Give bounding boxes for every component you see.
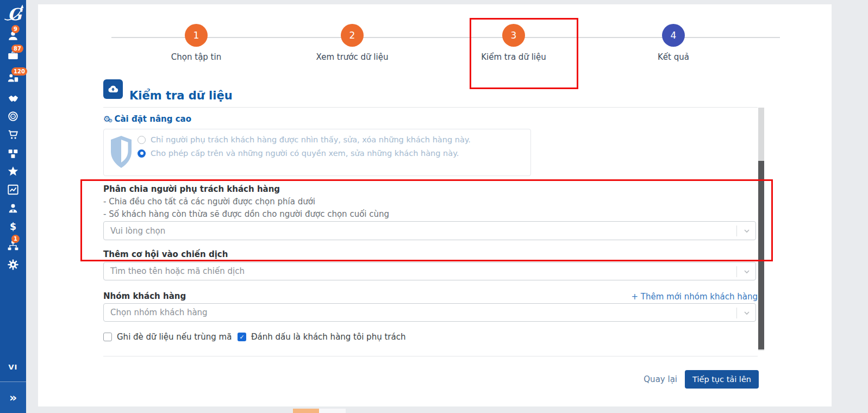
radio-option-share-managers-label: Cho phép cấp trên và những người có quyề… [151,149,459,158]
step-2-circle: 2 [341,24,364,47]
select-separator [736,226,737,236]
scrollbar-track[interactable] [758,108,764,351]
checkbox-overwrite-label: Ghi đè dữ liệu nếu trùng mã [117,332,232,342]
badge: 1 [11,235,20,243]
group-section-label: Nhóm khách hàng [103,291,186,301]
left-sidebar: G 9 87 120 [0,0,26,413]
app-logo[interactable]: G [0,1,26,28]
sidebar-item-finance[interactable]: $ [0,220,26,236]
radio-selected-icon [138,149,146,158]
radio-option-owner-only-label: Chỉ người phụ trách khách hàng được nhìn… [151,135,471,144]
step-1-label: Chọn tập tin [171,52,221,62]
customer-group-select[interactable]: Chọn nhóm khách hàng [103,303,756,322]
right-rail: 1,068 ? 4 [832,0,868,413]
products-icon [7,148,19,162]
assign-note-1: - Chia đều cho tất cả các người được chọ… [103,197,315,206]
cart-icon [7,129,19,143]
badge: 87 [11,45,23,53]
bottom-cutoff-orange [293,409,319,413]
double-chevron-right-icon: » [9,391,17,404]
gear-icon [7,259,19,273]
star-icon [7,165,19,179]
select-separator [736,266,737,277]
select-separator [736,308,737,318]
assignee-select[interactable]: Vui lòng chọn [103,221,756,240]
step-3-label: Kiểm tra dữ liệu [481,52,546,62]
sidebar-item-org[interactable]: 1 [0,239,26,255]
bottom-cutoff-light [319,409,346,413]
checkbox-mark-label: Đánh dấu là khách hàng tôi phụ trách [251,332,405,342]
screen: G 9 87 120 [0,0,868,413]
shield-icon [109,135,133,172]
assign-section-label: Phân chia người phụ trách khách hàng [103,184,280,194]
page-title: Kiểm tra dữ liệu [129,89,233,102]
account-icon [7,203,19,217]
checkbox-mark-my-customer[interactable]: ✓ Đánh dấu là khách hàng tôi phụ trách [238,332,405,342]
assignee-select-placeholder: Vui lòng chọn [110,226,165,236]
handshake-icon [7,92,20,107]
sidebar-collapse-button[interactable]: » [0,382,26,413]
sidebar-item-partners[interactable] [0,91,26,108]
radio-unselected-icon [138,136,146,144]
permissions-panel: Chỉ người phụ trách khách hàng được nhìn… [103,129,531,176]
continue-upload-button[interactable]: Tiếp tục tải lên [685,370,759,389]
checkbox-unchecked-icon [103,333,112,341]
divider [103,107,758,108]
badge: 9 [11,25,20,33]
advanced-settings-toggle[interactable]: ⚙⚙ Cài đặt nâng cao [103,114,191,124]
logo-g-icon: G [1,2,25,28]
customer-group-select-placeholder: Chọn nhóm khách hàng [110,308,208,317]
step-1-circle: 1 [185,24,208,47]
sidebar-item-products[interactable] [0,147,26,163]
gears-icon: ⚙⚙ [103,114,110,124]
chart-icon [7,184,19,198]
sidebar-item-targets[interactable] [0,109,26,126]
radio-option-owner-only[interactable]: Chỉ người phụ trách khách hàng được nhìn… [138,135,471,144]
radio-option-share-managers[interactable]: Cho phép cấp trên và những người có quyề… [138,149,471,158]
chevron-down-icon [742,227,751,237]
import-wizard-card: 1 Chọn tập tin 2 Xem trước dữ liệu 3 Kiể… [38,4,832,406]
step-4-label: Kết quả [658,52,689,62]
checkbox-checked-icon: ✓ [238,333,246,341]
sidebar-item-favorites[interactable] [0,164,26,180]
divider [103,356,758,356]
checkbox-overwrite-duplicate[interactable]: Ghi đè dữ liệu nếu trùng mã [103,332,232,342]
sidebar-item-deals[interactable]: 87 [0,48,26,65]
campaign-select-placeholder: Tìm theo tên hoặc mã chiến dịch [110,266,245,276]
campaign-section-label: Thêm cơ hội vào chiến dịch [103,249,228,259]
badge: 120 [11,67,27,76]
step-2-label: Xem trước dữ liệu [316,52,389,62]
advanced-settings-label: Cài đặt nâng cao [114,114,191,124]
sidebar-item-customers[interactable]: 120 [0,71,26,87]
language-switch[interactable]: VI [0,363,26,371]
chevron-down-icon [742,309,751,320]
add-customer-group-link[interactable]: + Thêm mới nhóm khách hàng [631,292,758,302]
back-button[interactable]: Quay lại [644,374,677,384]
assign-note-2: - Số khách hàng còn thừa sẽ được dồn cho… [103,209,389,219]
sidebar-item-contacts[interactable]: 9 [0,29,26,45]
campaign-select[interactable]: Tìm theo tên hoặc mã chiến dịch [103,262,756,280]
cloud-upload-icon [103,79,123,99]
step-3-circle: 3 [502,24,525,47]
step-4-circle: 4 [662,24,685,47]
svg-text:G: G [8,5,23,24]
svg-text:$: $ [10,221,16,232]
sidebar-item-hr[interactable] [0,202,26,218]
permission-options: Chỉ người phụ trách khách hàng được nhìn… [138,135,471,158]
sidebar-item-orders[interactable] [0,128,26,144]
scrollbar-thumb[interactable] [758,161,764,349]
dollar-icon: $ [7,221,19,235]
sidebar-item-reports[interactable] [0,183,26,199]
target-icon [7,110,19,124]
chevron-down-icon [742,267,751,278]
sidebar-item-settings[interactable] [0,258,26,274]
